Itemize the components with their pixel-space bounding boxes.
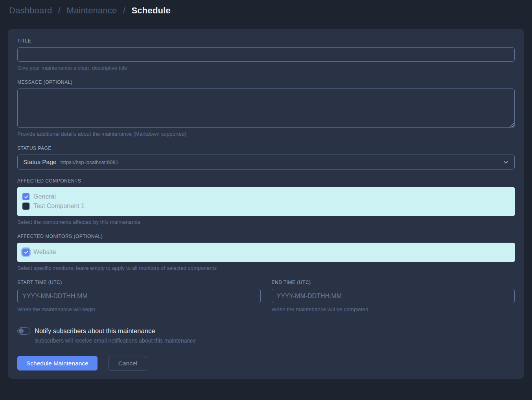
breadcrumb-maintenance[interactable]: Maintenance [66,6,117,15]
status-page-label: STATUS PAGE [17,146,515,151]
breadcrumb-schedule: Schedule [132,6,171,15]
status-page-selected-name: Status Page [23,159,56,166]
breadcrumb: Dashboard / Maintenance / Schedule [9,5,523,16]
notify-subscribers-label: Notify subscribers about this maintenanc… [35,327,155,335]
monitor-option-website[interactable]: Website [22,249,510,256]
cancel-button[interactable]: Cancel [109,356,147,371]
monitor-option-label: Website [33,249,56,256]
form-actions: Schedule Maintenance Cancel [17,356,515,371]
status-page-selected-url: https://hsp.localhost:8081 [60,159,118,165]
affected-monitors-field-group: AFFECTED MONITORS (OPTIONAL) Website Sel… [17,234,515,271]
title-helper: Give your maintenance a clear, descripti… [17,65,515,71]
start-time-helper: When the maintenance will begin [17,306,261,312]
message-label: MESSAGE (OPTIONAL) [17,79,515,85]
checkbox-general[interactable] [22,193,29,200]
end-time-helper: When the maintenance will be completed [272,306,515,312]
breadcrumb-separator: / [58,6,61,15]
affected-components-panel: General Test Component 1 [17,187,515,216]
status-page-select[interactable]: Status Page https://hsp.localhost:8081 [17,155,515,170]
title-field-group: TITLE Give your maintenance a clear, des… [17,38,515,71]
affected-monitors-label: AFFECTED MONITORS (OPTIONAL) [17,234,515,239]
notify-subscribers-helper: Subscribers will receive email notificat… [35,337,515,344]
toggle-knob [18,328,24,334]
end-time-label: END TIME (UTC) [272,280,515,285]
top-bar: Dashboard / Maintenance / Schedule [0,0,532,29]
notify-section: Notify subscribers about this maintenanc… [17,327,515,344]
end-time-input[interactable] [272,289,515,303]
notify-subscribers-toggle[interactable] [17,327,30,335]
affected-monitors-panel: Website [17,243,515,262]
schedule-maintenance-button[interactable]: Schedule Maintenance [17,356,98,371]
title-input[interactable] [17,47,515,62]
affected-components-label: AFFECTED COMPONENTS [17,178,515,184]
title-label: TITLE [17,38,515,44]
affected-monitors-helper: Select specific monitors; leave empty to… [17,265,515,271]
start-time-input[interactable] [17,289,261,303]
component-option-general[interactable]: General [22,193,510,200]
affected-components-helper: Select the components affected by this m… [17,219,515,225]
checkbox-test-component-1[interactable] [22,203,29,210]
message-helper: Provide additional details about the mai… [17,131,515,137]
component-option-label: General [33,193,56,200]
component-option-test-component-1[interactable]: Test Component 1 [22,203,510,210]
schedule-maintenance-form: TITLE Give your maintenance a clear, des… [8,29,524,379]
start-time-label: START TIME (UTC) [17,280,261,285]
end-time-field-group: END TIME (UTC) When the maintenance will… [272,280,515,312]
breadcrumb-dashboard[interactable]: Dashboard [9,6,52,15]
time-fields-row: START TIME (UTC) When the maintenance wi… [17,280,515,312]
component-option-label: Test Component 1 [33,203,85,210]
affected-components-field-group: AFFECTED COMPONENTS General Test Compone… [17,178,515,225]
message-field-group: MESSAGE (OPTIONAL) Provide additional de… [17,79,515,137]
status-page-field-group: STATUS PAGE Status Page https://hsp.loca… [17,146,515,170]
chevron-down-icon [503,159,509,165]
breadcrumb-separator: / [123,6,125,15]
start-time-field-group: START TIME (UTC) When the maintenance wi… [17,280,261,312]
message-textarea[interactable] [17,88,515,128]
checkbox-website[interactable] [22,249,29,256]
